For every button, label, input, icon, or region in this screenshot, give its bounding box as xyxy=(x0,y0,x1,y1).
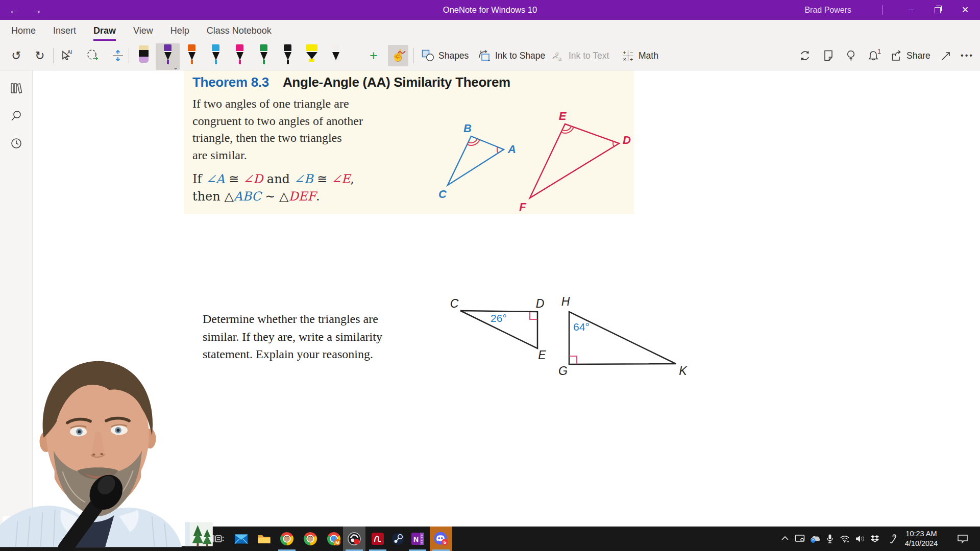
vertex-label-h: H xyxy=(561,296,570,308)
stylus-icon xyxy=(888,534,897,544)
task-view-icon xyxy=(211,533,225,544)
undo-button[interactable]: ↺ xyxy=(6,45,27,66)
sync-icon xyxy=(799,49,811,62)
tab-class-notebook[interactable]: Class Notebook xyxy=(207,20,272,41)
dropbox-tray-button[interactable] xyxy=(868,527,882,551)
tab-view[interactable]: View xyxy=(133,20,153,41)
lasso-select-button[interactable] xyxy=(84,45,101,66)
notification-badge: 1 xyxy=(877,48,881,55)
menu-bar: Home Insert Draw View Help Class Noteboo… xyxy=(11,20,272,41)
more-options-button[interactable]: ••• xyxy=(959,45,976,66)
wifi-tray-button[interactable] xyxy=(838,527,852,551)
notebooks-icon xyxy=(10,82,23,94)
chrome-profile-1-button[interactable] xyxy=(276,527,298,551)
chevron-up-icon xyxy=(781,535,789,543)
notifications-button[interactable]: 1 xyxy=(865,45,882,66)
toolbar-divider xyxy=(53,48,54,63)
blue-pen[interactable] xyxy=(204,43,228,70)
undo-icon: ↺ xyxy=(11,50,21,62)
chrome-profile-2-button[interactable] xyxy=(299,527,322,551)
theorem-body: If two angles of one triangle are congru… xyxy=(192,95,363,164)
toolbar-divider xyxy=(129,48,129,63)
adobe-acrobat-button[interactable] xyxy=(366,527,389,551)
problem-figure: C D E 26° H G K 64° xyxy=(449,296,694,383)
tray-clock[interactable]: 10:23 AM 4/10/2024 xyxy=(899,529,943,548)
chrome-profile-3-button[interactable]: M xyxy=(323,527,345,551)
tab-draw[interactable]: Draw xyxy=(93,20,116,41)
file-explorer-icon xyxy=(257,533,271,544)
tab-help[interactable]: Help xyxy=(170,20,189,41)
pink-pen[interactable] xyxy=(228,43,252,70)
angle-label-26: 26° xyxy=(491,312,507,324)
vertex-label-c2: C xyxy=(450,297,459,310)
microphone-tray-button[interactable] xyxy=(823,527,837,551)
new-page-button[interactable] xyxy=(820,45,837,66)
close-button[interactable]: ✕ xyxy=(953,0,977,20)
tab-home[interactable]: Home xyxy=(11,20,36,41)
insert-space-icon xyxy=(111,49,125,62)
theorem-figure: B A C E D F xyxy=(434,112,643,217)
chrome-icon: M xyxy=(327,532,341,546)
ink-to-shape-button[interactable]: Ink to Shape xyxy=(475,45,548,66)
mail-app-button[interactable] xyxy=(230,527,252,551)
toolbar-divider xyxy=(413,48,414,63)
notebooks-button[interactable] xyxy=(0,78,32,98)
sync-button[interactable] xyxy=(796,45,814,66)
pen-tray: ⌄ xyxy=(132,43,348,70)
math-button[interactable]: + − × ÷ Math xyxy=(619,45,662,66)
onedrive-tray-button[interactable] xyxy=(808,527,822,551)
title-bar: ← → OneNote for Windows 10 Brad Powers ✕ xyxy=(0,0,980,20)
restore-button[interactable] xyxy=(926,0,949,20)
purple-pen[interactable]: ⌄ xyxy=(156,43,180,70)
onenote-app-button[interactable]: N xyxy=(406,527,429,551)
windows-taskbar: M xyxy=(0,527,980,551)
select-objects-button[interactable]: AI xyxy=(58,45,76,66)
ellipsis-icon: ••• xyxy=(961,51,974,60)
clock-icon xyxy=(10,137,22,149)
action-center-icon xyxy=(957,534,968,544)
volume-tray-button[interactable] xyxy=(853,527,867,551)
redo-button[interactable]: ↻ xyxy=(30,45,50,66)
add-pen-button[interactable]: + xyxy=(363,45,384,66)
svg-text:÷: ÷ xyxy=(630,56,633,62)
insert-space-button[interactable] xyxy=(109,45,127,66)
svg-text:×: × xyxy=(623,56,626,62)
mail-icon xyxy=(234,534,248,544)
share-button[interactable]: Share xyxy=(887,45,934,66)
ink-to-text-button: a a Ink to Text xyxy=(548,45,612,66)
shapes-button[interactable]: Shapes xyxy=(419,45,472,66)
white-pen[interactable] xyxy=(324,43,348,70)
black-pen[interactable] xyxy=(276,43,300,70)
search-button[interactable] xyxy=(0,106,32,126)
minimize-button[interactable] xyxy=(899,0,923,20)
tray-date: 4/10/2024 xyxy=(899,539,943,548)
svg-text:N: N xyxy=(413,535,419,543)
draw-with-mouse-button[interactable]: ☝ xyxy=(388,45,408,66)
vertex-label-d: D xyxy=(623,134,631,146)
task-view-button[interactable] xyxy=(207,527,229,551)
volume-icon xyxy=(855,535,865,543)
discord-button[interactable]: 5 xyxy=(430,527,452,551)
tab-insert[interactable]: Insert xyxy=(53,20,76,41)
ink-squiggle-icon xyxy=(398,49,406,55)
tell-me-button[interactable] xyxy=(842,45,860,66)
discord-icon: 5 xyxy=(433,531,449,546)
tray-expand-button[interactable] xyxy=(778,527,792,551)
microphone-icon xyxy=(826,534,834,544)
green-pen[interactable] xyxy=(252,43,276,70)
discord-badge: 5 xyxy=(444,539,447,545)
screen-cast-icon xyxy=(795,534,805,543)
orange-pen[interactable] xyxy=(180,43,204,70)
ribbon: Home Insert Draw View Help Class Noteboo… xyxy=(0,20,980,70)
eraser[interactable] xyxy=(132,43,156,70)
signed-in-user[interactable]: Brad Powers xyxy=(804,0,851,20)
yellow-highlighter[interactable] xyxy=(300,43,324,70)
action-center-button[interactable] xyxy=(953,527,972,551)
screen-cast-tray-button[interactable] xyxy=(793,527,807,551)
fullscreen-button[interactable] xyxy=(937,45,954,66)
conclusion-line: then △ABC ∼ △DEF. xyxy=(192,188,354,205)
obs-studio-button[interactable] xyxy=(343,527,365,551)
recent-notes-button[interactable] xyxy=(0,133,32,154)
stylus-tray-button[interactable] xyxy=(886,527,900,551)
file-explorer-button[interactable] xyxy=(253,527,275,551)
